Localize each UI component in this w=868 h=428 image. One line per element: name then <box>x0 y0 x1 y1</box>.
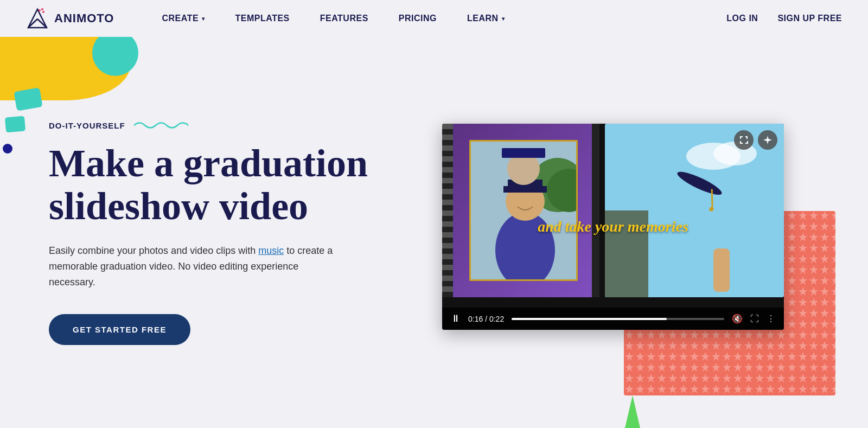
nav-login[interactable]: LOG IN <box>726 14 758 23</box>
svg-point-10 <box>39 9 41 11</box>
fullscreen-button[interactable]: ⛶ <box>750 314 759 324</box>
svg-point-11 <box>41 8 43 10</box>
hero-left: DO-IT-YOURSELF Make a graduation slidesh… <box>43 119 412 345</box>
hero-title: Make a graduation slideshow video <box>49 142 412 228</box>
nav-features[interactable]: FEATURES <box>305 14 384 23</box>
hero-description: Easily combine your photos and video cli… <box>49 243 342 290</box>
sparkle-icon <box>763 136 772 144</box>
mute-button[interactable]: 🔇 <box>732 314 743 324</box>
chevron-down-icon-2: ▾ <box>502 16 505 22</box>
svg-line-8 <box>28 19 37 28</box>
video-expand-button[interactable] <box>734 130 754 150</box>
logo[interactable]: ANIMOTO <box>26 7 114 30</box>
nav-create[interactable]: CREATE ▾ <box>146 14 220 23</box>
grad-silhouette <box>471 142 576 279</box>
graduation-photo <box>469 140 578 281</box>
video-controls: ⏸ 0:16 / 0:22 🔇 ⛶ ⋮ <box>442 308 784 330</box>
svg-line-9 <box>37 19 47 28</box>
hero-right: and take your memories <box>412 124 825 341</box>
grad-svg <box>471 142 578 281</box>
video-top-icons <box>734 130 777 150</box>
svg-point-12 <box>42 11 44 13</box>
video-controls-right: 🔇 ⛶ ⋮ <box>732 314 775 324</box>
video-sparkle-button[interactable] <box>758 130 777 150</box>
animoto-logo-icon <box>26 7 49 30</box>
chevron-down-icon: ▾ <box>202 16 205 22</box>
video-wrapper: and take your memories <box>442 124 795 341</box>
expand-icon <box>739 136 748 144</box>
wave-line-decoration <box>134 119 188 131</box>
nav-templates[interactable]: TEMPLATES <box>220 14 305 23</box>
video-time: 0:16 / 0:22 <box>468 315 504 323</box>
svg-rect-24 <box>713 248 730 292</box>
nav-learn[interactable]: LEARN ▾ <box>452 14 520 23</box>
video-player[interactable]: and take your memories <box>442 124 784 330</box>
nav-right: LOG IN SIGN UP FREE <box>726 14 842 23</box>
nav-pricing[interactable]: PRICING <box>384 14 452 23</box>
eyebrow-text: DO-IT-YOURSELF <box>49 121 125 130</box>
more-options-button[interactable]: ⋮ <box>767 314 775 324</box>
logo-text: ANIMOTO <box>54 11 114 25</box>
header: ANIMOTO CREATE ▾ TEMPLATES FEATURES PRIC… <box>0 0 868 37</box>
scene-svg <box>605 124 784 297</box>
get-started-button[interactable]: GET STARTED FREE <box>49 314 190 345</box>
main-nav: CREATE ▾ TEMPLATES FEATURES PRICING LEAR… <box>146 14 726 23</box>
progress-bar[interactable] <box>512 318 724 320</box>
video-film-left <box>442 124 599 297</box>
nav-signup[interactable]: SIGN UP FREE <box>777 14 842 23</box>
music-link[interactable]: music <box>258 245 284 256</box>
progress-bar-fill <box>512 318 667 320</box>
video-scene-right <box>605 124 784 297</box>
eyebrow-section: DO-IT-YOURSELF <box>49 119 412 131</box>
pause-button[interactable]: ⏸ <box>451 313 461 324</box>
main-content: DO-IT-YOURSELF Make a graduation slidesh… <box>0 37 868 427</box>
svg-rect-19 <box>508 180 542 187</box>
video-overlay-text: and take your memories <box>442 218 784 235</box>
